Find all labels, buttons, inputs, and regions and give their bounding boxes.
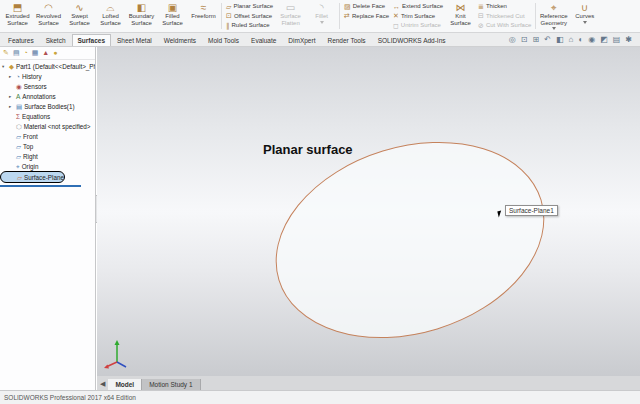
tab-dimxpert[interactable]: DimXpert	[282, 34, 321, 46]
extruded-surface-icon: ⬒	[13, 2, 22, 13]
tab-weldments[interactable]: Weldments	[158, 34, 202, 46]
rollback-bar[interactable]	[0, 185, 81, 187]
tab-sheet-metal[interactable]: Sheet Metal	[111, 34, 158, 46]
surface-flatten-button[interactable]: ▭ Surface Flatten	[275, 1, 306, 31]
button-label: Swept Surface	[69, 13, 90, 26]
button-label: Revolved Surface	[36, 13, 61, 26]
trim-stack: ↔ Extend Surface ✕ Trim Surface ◻ Untrim…	[391, 1, 445, 31]
revolved-surface-button[interactable]: ◠ Revolved Surface	[33, 1, 64, 31]
swept-surface-button[interactable]: ∿ Swept Surface	[64, 1, 95, 31]
knit-surface-button[interactable]: ⋈ Knit Surface	[445, 1, 476, 31]
expand-arrow-icon[interactable]: ▸	[9, 104, 14, 109]
extruded-surface-button[interactable]: ⬒ Extruded Surface	[2, 1, 33, 31]
tree-item-origin[interactable]: ⌖ Origin	[0, 161, 95, 171]
expand-arrow-icon[interactable]: ▾	[2, 64, 7, 69]
curves-button[interactable]: ∪ Curves	[569, 1, 600, 31]
button-label: Boundary Surface	[129, 13, 155, 26]
tree-item-surface-bodies[interactable]: ▸ ▤ Surface Bodies(1)	[0, 101, 95, 111]
offset-surface-button[interactable]: ⊡ Offset Surface	[224, 12, 275, 21]
boundary-surface-button[interactable]: ◧ Boundary Surface	[126, 1, 157, 31]
panel-icon-glyph: ●	[53, 49, 57, 56]
tree-item-annotations[interactable]: ▸ A Annotations	[0, 91, 95, 101]
graphics-viewport[interactable]: Planar surface Surface-Plane1	[97, 47, 640, 376]
display-style-icon[interactable]: ◐	[578, 35, 583, 44]
section-view-icon[interactable]: ◧	[556, 35, 564, 44]
tab-sketch[interactable]: Sketch	[40, 34, 72, 46]
tab-label: SOLIDWORKS Add-Ins	[378, 37, 446, 44]
hud-icon-glyph: ✱	[625, 35, 632, 44]
cut-with-surface-icon: ⊘	[478, 22, 484, 30]
motion-study-tab[interactable]: Motion Study 1	[142, 379, 200, 390]
tree-item-surface-plane1[interactable]: ▱ Surface-Plane1	[0, 171, 65, 183]
knit-surface-icon: ⋈	[456, 2, 466, 13]
thickened-cut-button[interactable]: ⊟ Thickened Cut	[476, 12, 533, 21]
dropdown-arrow-icon[interactable]	[583, 21, 587, 24]
displaymanager-tab-icon[interactable]: ●	[53, 49, 57, 57]
tab-solidworks-add-ins[interactable]: SOLIDWORKS Add-Ins	[372, 34, 452, 46]
tree-item-top-plane[interactable]: ▱ Top	[0, 141, 95, 151]
thicken-button[interactable]: ≣ Thicken	[476, 2, 533, 11]
planar-surface-button[interactable]: ▱ Planar Surface	[224, 2, 275, 11]
dropdown-arrow-icon[interactable]	[552, 27, 556, 30]
tab-features[interactable]: Features	[2, 34, 40, 46]
view-orientation-icon[interactable]: ⌂	[569, 35, 574, 44]
button-label: Surface Flatten	[280, 13, 301, 26]
zoom-fit-icon[interactable]: ⊡	[521, 35, 528, 44]
tree-item-label: Material <not specified>	[24, 123, 91, 130]
tab-scroll-arrow-icon[interactable]: ◀	[97, 380, 108, 390]
pencil-icon[interactable]: ✎	[3, 49, 9, 57]
freeform-button[interactable]: ≈ Freeform	[188, 1, 219, 31]
lofted-surface-button[interactable]: ⌓ Lofted Surface	[95, 1, 126, 31]
apply-scene-icon[interactable]: ▤	[613, 35, 621, 44]
tab-label: DimXpert	[288, 37, 315, 44]
trim-surface-button[interactable]: ✕ Trim Surface	[391, 12, 445, 21]
tree-item-sensors[interactable]: ◉ Sensors	[0, 81, 95, 91]
tab-surfaces[interactable]: Surfaces	[72, 34, 111, 46]
view-settings-icon[interactable]: ✱	[625, 35, 632, 44]
thicken-icon: ≣	[478, 3, 484, 11]
tree-item-icon: A	[16, 93, 20, 100]
trim-surface-icon: ✕	[393, 12, 399, 20]
extend-surface-button[interactable]: ↔ Extend Surface	[391, 2, 445, 11]
fillet-button[interactable]: ◝ Fillet	[306, 1, 337, 31]
panel-icon-glyph: ◔	[24, 49, 28, 56]
replace-face-button[interactable]: ⇄ Replace Face	[342, 12, 391, 21]
tab-evaluate[interactable]: Evaluate	[245, 34, 282, 46]
heads-up-toolbar: ◎⊡⊞↶◧⌂◐◉◩▤✱	[509, 35, 640, 46]
document-tab-label: Motion Study 1	[149, 381, 192, 388]
dropdown-arrow-icon[interactable]	[320, 21, 324, 24]
tab-mold-tools[interactable]: Mold Tools	[202, 34, 245, 46]
feature-tree: ▾ ◆ Part1 (Default<<Default>_PhotoWorks …	[0, 60, 95, 183]
expand-arrow-icon[interactable]: ▸	[9, 94, 14, 99]
model-tab[interactable]: Model	[108, 379, 142, 390]
reference-geometry-button[interactable]: ⌖ Reference Geometry	[538, 1, 569, 31]
tree-item-part[interactable]: ▾ ◆ Part1 (Default<<Default>_PhotoWorks …	[0, 61, 95, 71]
x-axis-arrow-icon	[104, 365, 109, 369]
featuremanager-tree-tab-icon[interactable]: ▤	[13, 49, 20, 57]
ruled-surface-button[interactable]: ∥ Ruled Surface	[224, 21, 275, 30]
configurationmanager-tab-icon[interactable]: ▦	[32, 49, 39, 57]
edit-appearance-icon[interactable]: ◩	[600, 35, 608, 44]
hud-icon-glyph: ◧	[556, 35, 564, 44]
untrim-surface-button[interactable]: ◻ Untrim Surface	[391, 21, 445, 30]
tree-item-equations[interactable]: Σ Equations	[0, 111, 95, 121]
hide-show-icon[interactable]: ◉	[588, 35, 595, 44]
expand-arrow-icon[interactable]: ▸	[9, 74, 14, 79]
button-label: Extend Surface	[402, 3, 443, 10]
tree-item-right-plane[interactable]: ▱ Right	[0, 151, 95, 161]
tree-item-front-plane[interactable]: ▱ Front	[0, 131, 95, 141]
delete-face-button[interactable]: ▨ Delete Face	[342, 2, 391, 11]
previous-view-icon[interactable]: ↶	[544, 35, 551, 44]
surface-tooltip: Surface-Plane1	[505, 205, 558, 216]
filled-surface-button[interactable]: ▣ Filled Surface	[157, 1, 188, 31]
tab-label: Mold Tools	[208, 37, 239, 44]
propertymanager-tab-icon[interactable]: ◔	[24, 49, 28, 57]
zoom-area-icon[interactable]: ⊞	[533, 35, 540, 44]
button-label: Cut With Surface	[486, 22, 531, 29]
dimxpertmanager-tab-icon[interactable]: ▲	[42, 49, 49, 57]
tab-render-tools[interactable]: Render Tools	[321, 34, 371, 46]
cut-with-surface-button[interactable]: ⊘ Cut With Surface	[476, 21, 533, 30]
tree-item-history[interactable]: ▸ ◔ History	[0, 71, 95, 81]
search-icon[interactable]: ◎	[509, 35, 516, 44]
tree-item-material[interactable]: ⬡ Material <not specified>	[0, 121, 95, 131]
